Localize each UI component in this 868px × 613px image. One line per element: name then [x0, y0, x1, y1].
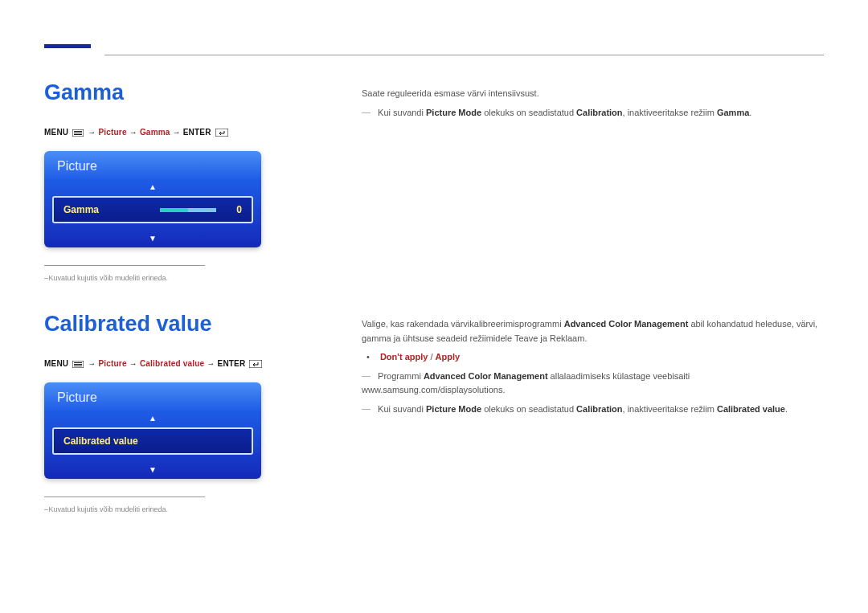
- body-note: Kui suvandi Picture Mode olekuks on sead…: [362, 106, 824, 121]
- svg-rect-4: [215, 129, 228, 137]
- osd-row-gamma[interactable]: Gamma 0: [52, 196, 253, 223]
- menu-icon: [72, 361, 84, 368]
- nav-path-picture: Picture: [98, 359, 126, 368]
- enter-icon: [215, 129, 228, 137]
- body-note: Kui suvandi Picture Mode olekuks on sead…: [362, 403, 824, 417]
- footnote-text: Kuvatud kujutis võib mudeliti erineda.: [44, 505, 317, 513]
- nav-path-picture: Picture: [98, 128, 126, 137]
- nav-arrow: →: [88, 128, 96, 137]
- footnote-divider: [44, 497, 205, 497]
- osd-title: Picture: [44, 151, 261, 177]
- header-accent-bar: [44, 44, 91, 48]
- body-line: Saate reguleerida esmase värvi intensiiv…: [362, 87, 824, 101]
- nav-prefix: MENU: [44, 128, 71, 137]
- chevron-up-icon[interactable]: [44, 177, 261, 196]
- nav-arrow: →: [173, 128, 181, 137]
- osd-panel-gamma: Picture Gamma 0: [44, 151, 261, 247]
- nav-prefix: MENU: [44, 359, 71, 368]
- svg-rect-9: [249, 360, 262, 368]
- nav-arrow: →: [129, 128, 137, 137]
- footnote-text: Kuvatud kujutis võib mudeliti erineda.: [44, 274, 317, 282]
- osd-row-value: 0: [226, 204, 242, 215]
- osd-panel-calibrated: Picture Calibrated value: [44, 382, 261, 479]
- section-calibrated-body: Valige, kas rakendada värvikalibreerimis…: [362, 317, 824, 422]
- nav-path-calibrated: MENU → Picture → Calibrated value → ENTE…: [44, 359, 317, 368]
- nav-arrow: →: [129, 359, 137, 368]
- options-line: Don't apply / Apply: [362, 350, 824, 365]
- nav-path-gamma: MENU → Picture → Gamma → ENTER: [44, 128, 317, 137]
- section-title-calibrated: Calibrated value: [44, 312, 317, 337]
- nav-enter: ENTER: [183, 128, 211, 137]
- nav-path-gamma: Gamma: [140, 128, 170, 137]
- osd-row-calibrated[interactable]: Calibrated value: [52, 427, 253, 455]
- nav-path-calibrated: Calibrated value: [140, 359, 204, 368]
- chevron-down-icon[interactable]: [44, 460, 261, 479]
- osd-row-label: Calibrated value: [63, 435, 242, 447]
- section-gamma-body: Saate reguleerida esmase värvi intensiiv…: [362, 87, 824, 125]
- menu-icon: [72, 129, 84, 137]
- chevron-down-icon[interactable]: [44, 228, 261, 247]
- osd-row-label: Gamma: [63, 204, 150, 215]
- nav-enter: ENTER: [218, 359, 246, 368]
- enter-icon: [249, 360, 262, 368]
- osd-slider-bar[interactable]: [160, 208, 216, 212]
- header-divider: [104, 55, 824, 55]
- body-note: Programmi Advanced Color Management alla…: [362, 370, 824, 398]
- section-title-gamma: Gamma: [44, 80, 317, 105]
- chevron-up-icon[interactable]: [44, 408, 261, 427]
- osd-title: Picture: [44, 382, 261, 408]
- nav-arrow: →: [88, 359, 96, 368]
- footnote-divider: [44, 265, 205, 266]
- nav-arrow: →: [207, 359, 215, 368]
- section-gamma-left: Gamma MENU → Picture → Gamma → ENTER Pic…: [44, 80, 317, 282]
- body-line: Valige, kas rakendada värvikalibreerimis…: [362, 317, 824, 345]
- section-calibrated-left: Calibrated value MENU → Picture → Calibr…: [44, 312, 317, 513]
